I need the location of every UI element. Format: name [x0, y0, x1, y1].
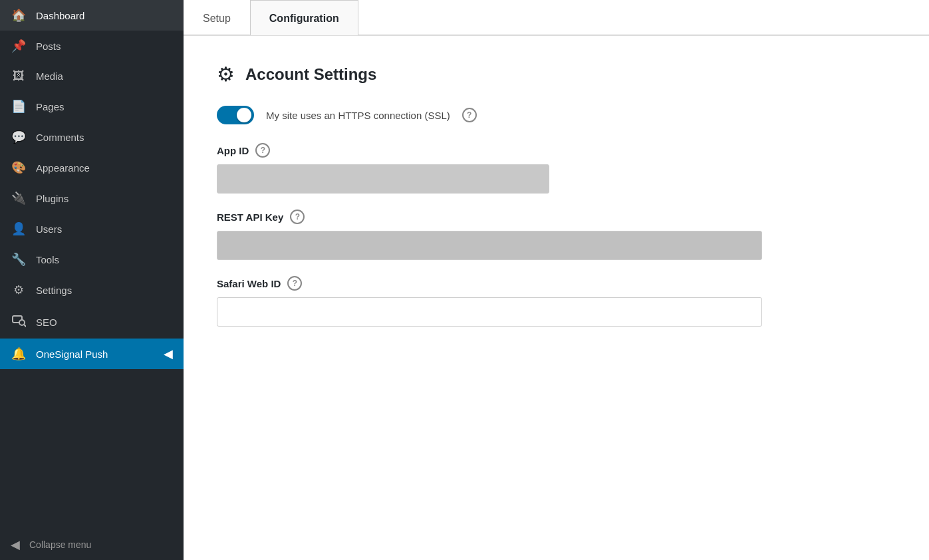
comments-icon: 💬 — [11, 130, 27, 144]
safari-web-id-label-text: Safari Web ID — [217, 278, 281, 289]
sidebar-item-label: Media — [36, 70, 63, 82]
posts-icon: 📌 — [11, 39, 27, 53]
app-id-label: App ID ? — [217, 143, 896, 158]
sidebar-item-onesignal[interactable]: 🔔 OneSignal Push ◀ — [0, 339, 184, 369]
sidebar-item-label: Plugins — [36, 193, 68, 204]
users-icon: 👤 — [11, 221, 27, 236]
app-id-help-button[interactable]: ? — [255, 143, 270, 158]
sidebar-item-label: Pages — [36, 101, 65, 112]
sidebar-item-settings[interactable]: ⚙ Settings — [0, 275, 184, 305]
app-id-input[interactable] — [217, 164, 549, 194]
sidebar: 🏠 Dashboard 📌 Posts 🖼 Media 📄 Pages 💬 Co… — [0, 0, 184, 560]
rest-api-key-input[interactable] — [217, 231, 762, 260]
gear-icon: ⚙ — [217, 63, 235, 86]
section-title: Account Settings — [245, 65, 376, 84]
onesignal-icon: 🔔 — [11, 347, 27, 361]
safari-web-id-field-group: Safari Web ID ? — [217, 276, 896, 327]
tab-setup[interactable]: Setup — [184, 0, 250, 35]
seo-icon — [11, 313, 27, 331]
tab-configuration[interactable]: Configuration — [250, 0, 358, 35]
tools-icon: 🔧 — [11, 252, 27, 267]
rest-api-key-help-button[interactable]: ? — [290, 210, 305, 224]
collapse-label: Collapse menu — [29, 539, 91, 550]
sidebar-item-label: Tools — [36, 254, 59, 265]
sidebar-item-label: Dashboard — [36, 10, 84, 21]
svg-line-2 — [24, 325, 26, 327]
ssl-toggle-row: My site uses an HTTPS connection (SSL) ? — [217, 106, 896, 124]
sidebar-item-seo[interactable]: SEO — [0, 305, 184, 339]
ssl-toggle-label: My site uses an HTTPS connection (SSL) — [266, 110, 450, 121]
sidebar-item-label: SEO — [36, 317, 57, 328]
tabs-bar: Setup Configuration — [184, 0, 929, 35]
dashboard-icon: 🏠 — [11, 8, 27, 23]
rest-api-key-label-text: REST API Key — [217, 211, 283, 223]
content-area: ⚙ Account Settings My site uses an HTTPS… — [184, 35, 929, 560]
plugins-icon: 🔌 — [11, 191, 27, 206]
rest-api-key-label: REST API Key ? — [217, 210, 896, 224]
sidebar-item-label: OneSignal Push — [36, 349, 108, 360]
main-content: Setup Configuration ⚙ Account Settings M… — [184, 0, 929, 560]
appearance-icon: 🎨 — [11, 160, 27, 175]
sidebar-item-label: Comments — [36, 132, 84, 143]
toggle-slider — [217, 106, 254, 124]
sidebar-item-users[interactable]: 👤 Users — [0, 213, 184, 244]
active-indicator: ◀ — [164, 347, 173, 361]
sidebar-item-comments[interactable]: 💬 Comments — [0, 122, 184, 152]
sidebar-item-label: Users — [36, 223, 62, 235]
ssl-help-button[interactable]: ? — [462, 108, 477, 122]
settings-icon: ⚙ — [11, 283, 27, 297]
app-id-label-text: App ID — [217, 145, 249, 156]
safari-web-id-help-button[interactable]: ? — [287, 276, 302, 291]
sidebar-item-media[interactable]: 🖼 Media — [0, 61, 184, 91]
sidebar-item-plugins[interactable]: 🔌 Plugins — [0, 183, 184, 213]
sidebar-item-label: Posts — [36, 41, 61, 52]
sidebar-item-label: Settings — [36, 285, 72, 296]
sidebar-item-label: Appearance — [36, 162, 90, 174]
section-header: ⚙ Account Settings — [217, 63, 896, 86]
safari-web-id-label: Safari Web ID ? — [217, 276, 896, 291]
safari-web-id-input[interactable] — [217, 297, 762, 327]
sidebar-item-posts[interactable]: 📌 Posts — [0, 31, 184, 61]
sidebar-item-pages[interactable]: 📄 Pages — [0, 91, 184, 122]
ssl-toggle[interactable] — [217, 106, 254, 124]
sidebar-item-tools[interactable]: 🔧 Tools — [0, 244, 184, 275]
collapse-menu-item[interactable]: ◀ Collapse menu — [0, 529, 184, 560]
sidebar-item-dashboard[interactable]: 🏠 Dashboard — [0, 0, 184, 31]
pages-icon: 📄 — [11, 99, 27, 114]
collapse-icon: ◀ — [11, 537, 20, 552]
rest-api-key-field-group: REST API Key ? — [217, 210, 896, 260]
media-icon: 🖼 — [11, 69, 27, 83]
app-id-field-group: App ID ? — [217, 143, 896, 194]
sidebar-item-appearance[interactable]: 🎨 Appearance — [0, 152, 184, 183]
